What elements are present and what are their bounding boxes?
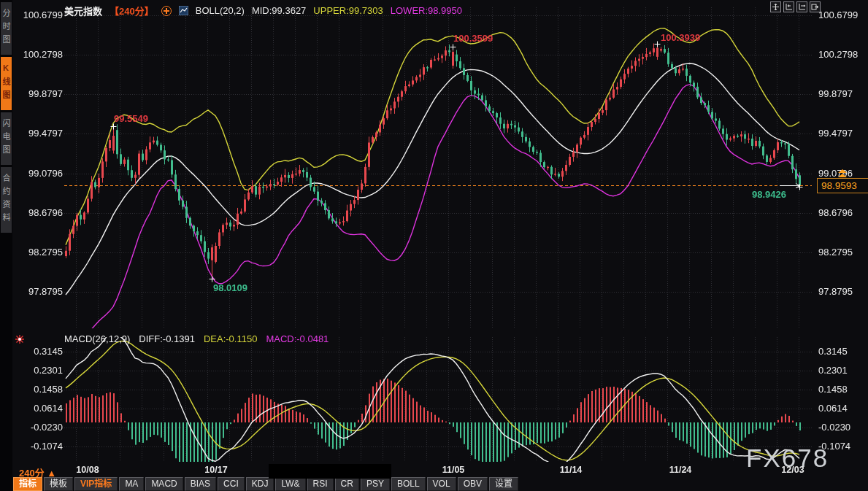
menu-item-kdj[interactable]: KDJ [246, 477, 274, 491]
y-axis-label-right: 99.8797 [818, 88, 868, 99]
menu-item-ma[interactable]: MA [119, 477, 144, 491]
sidebar-tab-contract-info[interactable]: 合约资料 [1, 167, 12, 233]
menu-item-bias[interactable]: BIAS [185, 477, 216, 491]
boll-upper-value: UPPER:99.7303 [313, 5, 383, 16]
pan-right-button[interactable] [810, 1, 821, 12]
x-axis-date: 10/17 [204, 465, 227, 475]
menu-item-settings[interactable]: 设置 [489, 477, 518, 491]
y-axis-label-right: 97.8795 [818, 286, 868, 297]
high-annotation: 100.3939 [661, 32, 700, 43]
macd-axis-label-right: -0.0230 [818, 422, 868, 433]
price-badge-arrows-icon [838, 169, 847, 178]
boll-lower-value: LOWER:98.9950 [391, 5, 462, 16]
macd-dea-value: DEA:-0.1150 [204, 333, 257, 344]
high-annotation: 100.3599 [453, 33, 493, 44]
y-axis-label-right: 100.6799 [818, 9, 868, 20]
menu-item-vol[interactable]: VOL [427, 477, 456, 491]
y-axis-label-right: 98.2795 [818, 247, 868, 258]
symbol-name: 美元指数 [64, 4, 102, 18]
chart-header: 美元指数 【240分】 BOLL(20,2) MID:99.3627 UPPER… [64, 4, 462, 18]
menu-item-psy[interactable]: PSY [361, 477, 390, 491]
menu-item-macd[interactable]: MACD [145, 477, 183, 491]
boll-indicator-label: BOLL(20,2) [196, 5, 245, 16]
mini-chart-icon[interactable] [179, 6, 188, 15]
menu-item-indicator[interactable]: 指标 [13, 477, 42, 491]
trading-app-window: 分时图 K线图 闪电图 合约资料 美元指数 【240分】 BOLL(20,2) … [0, 0, 868, 491]
high-annotation: 99.5549 [114, 113, 148, 124]
x-axis-date: 11/24 [669, 465, 692, 475]
chart-type-sidebar: 分时图 K线图 闪电图 合约资料 [0, 0, 12, 491]
fit-x-axis-button[interactable] [796, 1, 807, 12]
y-axis-label-left: 100.2798 [4, 49, 63, 60]
period-label[interactable]: 【240分】 [110, 4, 154, 18]
macd-axis-label-left: -0.0230 [4, 422, 63, 433]
x-axis-date: 11/05 [442, 465, 465, 475]
y-axis-label-right: 99.4797 [818, 128, 868, 139]
macd-axis-label-right: -0.1074 [818, 441, 868, 452]
menu-item-rsi[interactable]: RSI [307, 477, 334, 491]
crosshair-button[interactable] [770, 1, 781, 12]
fit-y-axis-button[interactable] [783, 1, 794, 12]
macd-diff-value: DIFF:-0.1391 [139, 333, 195, 344]
macd-axis-label-left: 0.2301 [4, 365, 63, 376]
y-axis-label-left: 99.4797 [4, 128, 63, 139]
y-axis-label-left: 99.0796 [4, 168, 63, 179]
exit-right-icon [811, 3, 819, 11]
macd-axis-label-left: 0.3145 [4, 346, 63, 357]
y-axis-label-right: 100.2798 [818, 49, 868, 60]
y-axis-label-right: 98.6796 [818, 207, 868, 218]
y-axis-label-left: 99.8797 [4, 88, 63, 99]
sidebar-tab-flash-chart[interactable]: 闪电图 [1, 112, 12, 165]
y-axis-label-left: 97.8795 [4, 286, 63, 297]
low-annotation: 98.0109 [213, 282, 247, 293]
blackout-box [269, 464, 391, 479]
menu-item-cci[interactable]: CCI [218, 477, 245, 491]
x-axis-date: 12/03 [781, 465, 804, 475]
sidebar-tab-time-chart[interactable]: 分时图 [1, 2, 12, 55]
y-axis-label-left: 98.2795 [4, 247, 63, 258]
macd-axis-label-left: 0.1458 [4, 384, 63, 395]
crosshair-icon [772, 3, 780, 11]
chart-toolbar [770, 1, 821, 12]
macd-axis-label-right: 0.0614 [818, 403, 868, 414]
macd-axis-label-right: 0.3145 [818, 346, 868, 357]
menu-item-vip-indicator[interactable]: VIP指标 [74, 477, 118, 491]
indicator-menu-bar: 指标 模板 VIP指标 MA MACD BIAS CCI KDJ LW& RSI… [13, 477, 518, 491]
low-annotation: 98.9426 [752, 189, 786, 200]
indicator-settings-icon[interactable] [15, 334, 25, 344]
menu-item-lw[interactable]: LW& [275, 477, 305, 491]
macd-header: MACD(26,12,9) DIFF:-0.1391 DEA:-0.1150 M… [64, 333, 329, 344]
macd-axis-label-left: -0.1074 [4, 441, 63, 452]
boll-mid-value: MID:99.3627 [252, 5, 306, 16]
menu-item-obv[interactable]: OBV [458, 477, 488, 491]
macd-axis-label-right: 0.2301 [818, 365, 868, 376]
axis-fit-right-icon [798, 3, 806, 11]
current-price-badge: 98.9593 [817, 178, 868, 193]
macd-axis-label-right: 0.1458 [818, 384, 868, 395]
sidebar-tab-kline-chart[interactable]: K线图 [1, 57, 12, 110]
axis-fit-left-icon [785, 3, 793, 11]
y-axis-label-left: 98.6796 [4, 207, 63, 218]
menu-item-cr[interactable]: CR [335, 477, 359, 491]
macd-indicator-label: MACD(26,12,9) [64, 333, 130, 344]
circle-plus-icon[interactable] [161, 6, 172, 16]
candlestick-chart-canvas[interactable] [0, 0, 868, 491]
menu-item-boll[interactable]: BOLL [391, 477, 426, 491]
macd-axis-label-left: 0.0614 [4, 403, 63, 414]
macd-macd-value: MACD:-0.0481 [266, 333, 329, 344]
menu-item-template[interactable]: 模板 [44, 477, 73, 491]
y-axis-label-left: 100.6799 [4, 9, 63, 20]
x-axis-date: 10/08 [76, 465, 99, 475]
x-axis-date: 11/14 [560, 465, 583, 475]
